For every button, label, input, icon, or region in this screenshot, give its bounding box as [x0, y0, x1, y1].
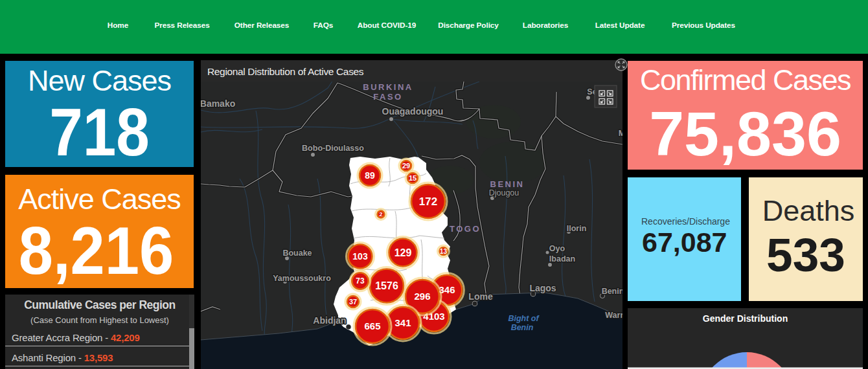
- svg-text:Yamoussoukro: Yamoussoukro: [273, 274, 331, 283]
- svg-text:Benin: Benin: [602, 287, 622, 296]
- svg-text:Benin: Benin: [511, 323, 534, 332]
- svg-text:296: 296: [414, 291, 430, 302]
- svg-text:Bight of: Bight of: [508, 314, 540, 323]
- svg-text:15: 15: [409, 174, 417, 182]
- svg-text:2: 2: [379, 211, 382, 218]
- svg-text:103: 103: [352, 251, 368, 262]
- svg-text:Abidjan: Abidjan: [313, 315, 346, 326]
- svg-text:Lagos: Lagos: [529, 283, 556, 293]
- svg-text:341: 341: [394, 317, 411, 328]
- svg-text:172: 172: [419, 196, 437, 208]
- svg-text:1576: 1576: [375, 280, 398, 291]
- svg-text:13: 13: [440, 248, 448, 255]
- svg-text:Djougou: Djougou: [489, 188, 520, 197]
- svg-text:FASO: FASO: [373, 92, 402, 102]
- svg-text:TOGO: TOGO: [450, 224, 481, 234]
- svg-text:Bouake: Bouake: [282, 249, 312, 258]
- svg-text:Lome: Lome: [468, 291, 493, 302]
- svg-text:73: 73: [356, 276, 365, 285]
- svg-text:Warri: Warri: [605, 311, 622, 320]
- svg-text:129: 129: [394, 247, 412, 258]
- svg-text:BENIN: BENIN: [490, 179, 525, 189]
- svg-text:665: 665: [364, 320, 380, 331]
- svg-text:Ibadan: Ibadan: [549, 254, 575, 263]
- svg-text:Ilorin: Ilorin: [567, 224, 587, 233]
- svg-text:Ouagadougou: Ouagadougou: [382, 106, 444, 117]
- svg-text:89: 89: [365, 170, 375, 181]
- svg-text:M: M: [619, 129, 622, 138]
- svg-text:37: 37: [349, 298, 357, 306]
- svg-text:Bobo-Dioulasso: Bobo-Dioulasso: [302, 144, 364, 153]
- svg-text:Oyo: Oyo: [549, 244, 565, 253]
- svg-text:29: 29: [402, 162, 410, 170]
- svg-text:BURKINA: BURKINA: [363, 82, 413, 92]
- svg-text:Bamako: Bamako: [201, 98, 235, 109]
